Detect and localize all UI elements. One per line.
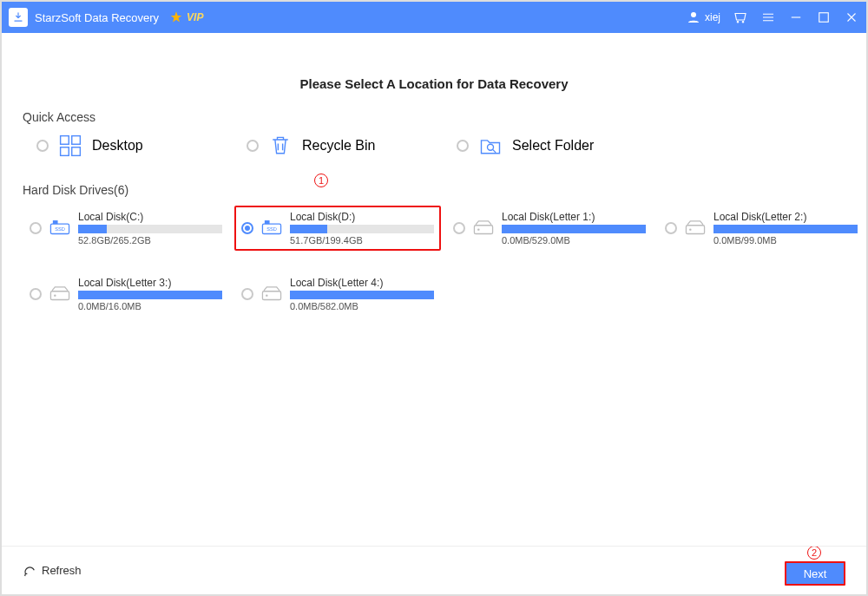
app-title: StarzSoft Data Recovery <box>35 11 159 24</box>
svg-rect-4 <box>61 147 69 156</box>
page-title: Please Select A Location for Data Recove… <box>23 76 845 91</box>
svg-text:SSD: SSD <box>55 226 65 232</box>
vip-badge[interactable]: VIP <box>169 10 203 24</box>
quick-label: Select Folder <box>512 138 594 154</box>
quick-item-recycle[interactable]: Recycle Bin <box>247 133 457 159</box>
drive-usage-text: 52.8GB/265.2GB <box>78 235 222 246</box>
drive-name: Local Disk(C:) <box>78 211 222 223</box>
next-button[interactable]: Next <box>785 561 845 586</box>
quick-label: Recycle Bin <box>302 138 375 154</box>
svg-point-20 <box>266 294 267 296</box>
drive-name: Local Disk(Letter 1:) <box>502 211 646 223</box>
drive-icon <box>684 217 707 239</box>
drive-item[interactable]: SSDLocal Disk(D:)51.7GB/199.4GB <box>234 206 441 251</box>
drive-usage-bar <box>290 291 434 299</box>
drive-item[interactable]: Local Disk(Letter 2:)0.0MB/99.0MB <box>658 206 865 251</box>
drive-usage-text: 0.0MB/16.0MB <box>78 301 222 311</box>
svg-rect-13 <box>474 226 492 234</box>
drive-name: Local Disk(D:) <box>290 211 434 223</box>
drive-icon: SSD <box>49 217 71 239</box>
drive-radio[interactable] <box>30 222 42 234</box>
drive-name: Local Disk(Letter 3:) <box>78 277 222 289</box>
drive-usage-bar <box>502 225 646 233</box>
svg-rect-3 <box>72 136 81 145</box>
recycle-bin-icon <box>267 133 293 159</box>
svg-point-0 <box>691 12 696 17</box>
svg-rect-5 <box>72 147 81 156</box>
username: xiej <box>705 11 720 23</box>
svg-point-6 <box>488 144 494 150</box>
drive-usage-bar <box>290 225 434 233</box>
radio-desktop[interactable] <box>36 140 49 152</box>
svg-rect-15 <box>686 226 704 234</box>
drives-grid: SSDLocal Disk(C:)52.8GB/265.2GBSSDLocal … <box>23 206 845 317</box>
drive-icon <box>49 283 71 305</box>
close-icon[interactable] <box>844 10 859 25</box>
svg-point-14 <box>477 228 479 230</box>
quick-label: Desktop <box>92 138 143 154</box>
drive-icon <box>472 217 495 239</box>
folder-search-icon <box>477 133 503 159</box>
drive-usage-bar <box>78 225 222 233</box>
quick-item-desktop[interactable]: Desktop <box>36 133 247 159</box>
drive-radio[interactable] <box>30 288 42 300</box>
drive-radio[interactable] <box>241 288 253 300</box>
drive-usage-bar <box>713 225 858 233</box>
svg-rect-17 <box>50 291 69 300</box>
drives-label: Hard Disk Drives(6) <box>23 183 845 197</box>
maximize-icon[interactable] <box>816 10 832 25</box>
quick-access-label: Quick Access <box>23 110 845 124</box>
svg-rect-1 <box>819 13 829 23</box>
refresh-icon <box>23 564 36 578</box>
user-account[interactable]: xiej <box>686 10 720 25</box>
drive-usage-bar <box>78 291 222 299</box>
drive-item[interactable]: Local Disk(Letter 3:)0.0MB/16.0MB <box>23 272 229 317</box>
drive-icon <box>260 283 283 305</box>
svg-point-16 <box>689 228 691 230</box>
desktop-icon <box>57 133 83 159</box>
drive-radio[interactable] <box>241 222 253 234</box>
minimize-icon[interactable] <box>788 10 804 25</box>
svg-rect-11 <box>265 220 270 224</box>
drive-usage-text: 0.0MB/529.0MB <box>502 235 646 246</box>
drive-item[interactable]: Local Disk(Letter 4:)0.0MB/582.0MB <box>234 272 441 317</box>
drive-name: Local Disk(Letter 4:) <box>290 277 434 289</box>
drive-item[interactable]: SSDLocal Disk(C:)52.8GB/265.2GB <box>23 206 229 251</box>
drive-usage-text: 0.0MB/582.0MB <box>290 301 434 311</box>
drive-radio[interactable] <box>453 222 465 234</box>
drive-name: Local Disk(Letter 2:) <box>713 211 858 223</box>
drive-radio[interactable] <box>665 222 677 234</box>
menu-icon[interactable] <box>760 10 776 25</box>
cart-icon[interactable] <box>733 10 748 25</box>
quick-item-folder[interactable]: Select Folder <box>457 133 667 159</box>
svg-rect-19 <box>262 291 280 300</box>
svg-point-18 <box>54 294 56 296</box>
radio-folder[interactable] <box>457 140 469 152</box>
drive-icon: SSD <box>260 217 283 239</box>
quick-access-row: Desktop Recycle Bin Select Folder <box>23 133 845 159</box>
drive-item[interactable]: Local Disk(Letter 1:)0.0MB/529.0MB <box>446 206 653 251</box>
titlebar: StarzSoft Data Recovery VIP xiej <box>2 2 866 33</box>
svg-rect-8 <box>53 220 58 224</box>
svg-text:SSD: SSD <box>266 226 277 232</box>
radio-recycle[interactable] <box>247 140 259 152</box>
drive-usage-text: 0.0MB/99.0MB <box>713 235 858 246</box>
footer: Refresh <box>2 546 866 594</box>
drive-usage-text: 51.7GB/199.4GB <box>290 235 434 246</box>
svg-rect-2 <box>61 136 69 145</box>
refresh-button[interactable]: Refresh <box>23 564 82 578</box>
app-logo-icon <box>9 8 28 27</box>
